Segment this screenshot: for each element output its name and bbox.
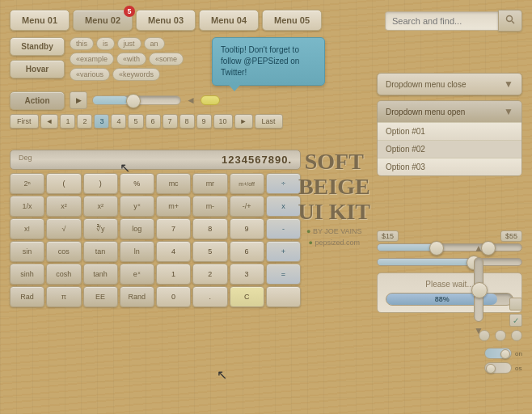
toggle-off[interactable] [484, 362, 512, 374]
calc-btn-inv[interactable]: 1/x [10, 196, 44, 217]
calc-btn-pct[interactable]: % [120, 173, 154, 194]
calc-btn-cos[interactable]: cos [46, 241, 81, 262]
tag-keywords[interactable]: «keywords [112, 68, 160, 81]
menu-btn-4[interactable]: Menu 04 [199, 10, 259, 31]
slider-thumb[interactable] [126, 94, 141, 108]
calc-btn-ex[interactable]: eˣ [120, 264, 154, 285]
search-button[interactable] [498, 10, 522, 32]
calc-btn-cbrt[interactable]: ∛y [83, 218, 118, 239]
calc-btn-mc[interactable]: mc [156, 173, 191, 194]
calc-btn-close[interactable]: ) [83, 173, 118, 194]
calc-btn-3[interactable]: 3 [230, 264, 264, 285]
v-slider-thumb[interactable] [471, 282, 488, 298]
calc-btn-x2b[interactable]: x² [83, 196, 118, 217]
calc-btn-2n[interactable]: 2ⁿ [10, 173, 44, 194]
calc-btn-x2[interactable]: x² [46, 196, 81, 217]
tag-this[interactable]: this [70, 37, 94, 50]
calc-btn-tanh[interactable]: tanh [83, 264, 118, 285]
page-6[interactable]: 6 [146, 114, 161, 129]
calc-btn-2[interactable]: 2 [192, 264, 227, 285]
calc-btn-pi[interactable]: π [46, 286, 81, 307]
page-10[interactable]: 10 [213, 114, 233, 129]
calc-btn-c[interactable]: C [230, 286, 264, 307]
calc-btn-eq[interactable]: = [266, 264, 301, 285]
calc-btn-tan[interactable]: tan [83, 241, 118, 262]
calc-btn-log[interactable]: log [120, 218, 154, 239]
checkbox-2[interactable]: ✓ [509, 314, 522, 327]
tag-example[interactable]: «example [70, 53, 114, 65]
calc-btn-cosh[interactable]: cosh [46, 264, 81, 285]
checkbox-1[interactable] [509, 298, 522, 310]
calc-btn-sqrt[interactable]: √ [46, 218, 81, 239]
v-slider-track[interactable] [474, 257, 483, 322]
search-input[interactable] [385, 11, 498, 31]
hover-button[interactable]: Hovar [10, 60, 65, 78]
page-prev[interactable]: ◄ [40, 114, 59, 129]
v-slider-up-arrow[interactable]: ▲ [474, 243, 483, 254]
dropdown-open-header[interactable]: Dropdown menu open ▼ [378, 101, 521, 122]
range-slider-thumb-left[interactable] [429, 241, 444, 256]
page-2[interactable]: 2 [77, 114, 92, 129]
page-1[interactable]: 1 [60, 114, 75, 129]
calc-btn-pm[interactable]: -/+ [230, 196, 264, 217]
calc-btn-mul[interactable]: x [266, 196, 301, 217]
calc-btn-ee[interactable]: EE [83, 286, 118, 307]
calc-btn-dot[interactable]: . [192, 286, 227, 307]
calc-btn-8[interactable]: 8 [192, 218, 227, 239]
calc-btn-sinh[interactable]: sinh [10, 264, 44, 285]
calc-btn-mplus[interactable]: m+ [156, 196, 191, 217]
page-5[interactable]: 5 [128, 114, 143, 129]
page-8[interactable]: 8 [179, 114, 195, 129]
radio-3[interactable] [511, 330, 522, 341]
page-3[interactable]: 3 [94, 114, 109, 129]
tag-an[interactable]: an [144, 37, 165, 50]
standby-button[interactable]: Standby [10, 37, 65, 56]
calc-btn-div[interactable]: ÷ [266, 173, 301, 194]
calc-btn-rand[interactable]: Rand [120, 286, 154, 307]
menu-btn-3[interactable]: Menu 03 [136, 10, 196, 31]
calc-btn-fact[interactable]: x! [10, 218, 44, 239]
page-4[interactable]: 4 [111, 114, 126, 129]
tag-just[interactable]: just [117, 37, 141, 50]
calc-btn-5[interactable]: 5 [192, 241, 227, 262]
menu-btn-1[interactable]: Menu 01 [10, 10, 70, 31]
calc-btn-1[interactable]: 1 [156, 264, 191, 285]
page-7[interactable]: 7 [163, 114, 178, 129]
radio-2[interactable] [495, 330, 506, 341]
dropdown-option-2[interactable]: Option #02 [378, 140, 521, 158]
calc-btn-mr[interactable]: mr [192, 173, 227, 194]
calc-btn-9[interactable]: 9 [230, 218, 264, 239]
calc-btn-0[interactable]: 0 [156, 286, 191, 307]
calc-btn-rad[interactable]: Rad [10, 286, 44, 307]
calc-btn-add[interactable]: + [266, 241, 301, 262]
calc-btn-open[interactable]: ( [46, 173, 81, 194]
page-9[interactable]: 9 [196, 114, 212, 129]
play-button[interactable]: ▶ [70, 91, 87, 109]
tag-with[interactable]: «with [116, 53, 146, 65]
v-slider-down-arrow[interactable]: ▼ [474, 325, 483, 336]
tag-various[interactable]: «various [70, 68, 110, 81]
calc-btn-yx[interactable]: yˣ [120, 196, 154, 217]
page-next[interactable]: ► [234, 114, 253, 129]
single-slider-track[interactable] [377, 258, 522, 266]
dropdown-option-1[interactable]: Option #01 [378, 122, 521, 140]
dropdown-closed[interactable]: Dropdown menu close ▼ [377, 73, 522, 95]
calc-btn-ln[interactable]: ln [120, 241, 154, 262]
toggle-on[interactable] [484, 348, 512, 359]
range-slider-track[interactable] [377, 243, 522, 251]
calc-btn-4[interactable]: 4 [156, 241, 191, 262]
action-button[interactable]: Action [10, 91, 65, 110]
calc-btn-mminus[interactable]: m- [192, 196, 227, 217]
menu-btn-5[interactable]: Menu 05 [262, 10, 322, 31]
calc-btn-sin[interactable]: sin [10, 241, 44, 262]
page-first[interactable]: First [10, 114, 39, 129]
tag-some[interactable]: «some [149, 53, 184, 65]
menu-btn-2[interactable]: Menu 02 5 [73, 10, 133, 31]
page-last[interactable]: Last [255, 114, 283, 129]
calc-btn-moff[interactable]: m+/off [230, 173, 264, 194]
dropdown-option-3[interactable]: Option #03 [378, 158, 521, 175]
tag-is[interactable]: is [96, 37, 115, 50]
calc-btn-6[interactable]: 6 [230, 241, 264, 262]
calc-btn-sub[interactable]: - [266, 218, 301, 239]
calc-btn-7[interactable]: 7 [156, 218, 191, 239]
